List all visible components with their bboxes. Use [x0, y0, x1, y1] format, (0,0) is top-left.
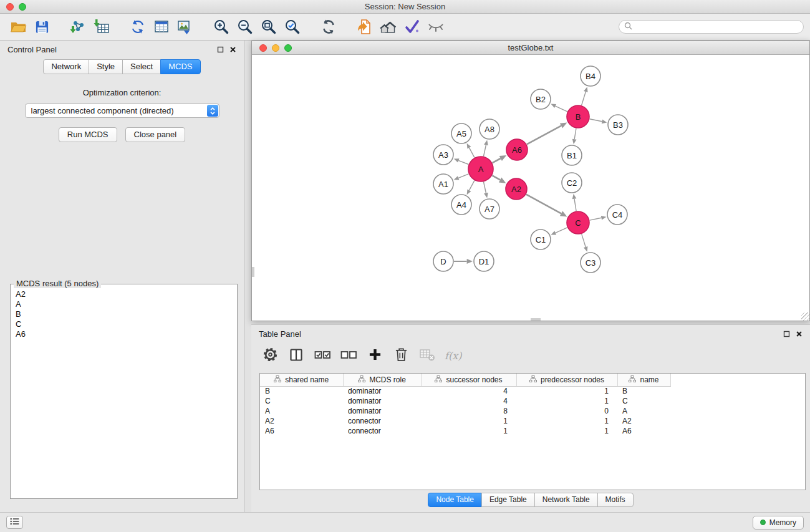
- graph-edge-A-A2[interactable]: [492, 175, 500, 180]
- zoom-out-button[interactable]: [233, 16, 257, 38]
- graph-edge-A6-B[interactable]: [527, 126, 561, 145]
- zoom-selected-button[interactable]: [281, 16, 304, 38]
- graph-node-B1[interactable]: B1: [562, 145, 582, 165]
- close-table-panel-icon[interactable]: [796, 331, 803, 337]
- tab-network-table[interactable]: Network Table: [534, 493, 598, 507]
- zoom-in-button[interactable]: [210, 16, 233, 38]
- graph-node-A2[interactable]: A2: [506, 178, 527, 200]
- float-table-panel-icon[interactable]: [783, 331, 790, 337]
- graph-edge-A2-C[interactable]: [526, 195, 561, 214]
- graph-node-C2[interactable]: C2: [562, 173, 582, 193]
- graph-edge-C-C3[interactable]: [582, 234, 586, 247]
- resize-grip[interactable]: [801, 312, 809, 321]
- graph-edge-B-B4[interactable]: [582, 92, 586, 105]
- close-panel-icon[interactable]: [229, 46, 236, 53]
- graph-node-B4[interactable]: B4: [581, 66, 600, 86]
- graph-edge-B-B2[interactable]: [556, 106, 567, 112]
- column-header-predecessor-nodes[interactable]: predecessor nodes: [516, 374, 617, 386]
- graph-node-A5[interactable]: A5: [451, 123, 471, 143]
- graph-edge-A-A5[interactable]: [469, 148, 475, 158]
- column-header-MCDS-role[interactable]: MCDS role: [343, 374, 421, 386]
- graph-node-B3[interactable]: B3: [608, 115, 628, 135]
- network-window-titlebar[interactable]: testGlobe.txt: [252, 41, 809, 55]
- table-row[interactable]: A6connector11A6: [260, 426, 805, 436]
- delete-row-button[interactable]: [390, 345, 412, 366]
- graph-edge-B-B1[interactable]: [574, 128, 576, 139]
- graph-edge-A-A4[interactable]: [469, 180, 475, 190]
- search-input[interactable]: [635, 22, 798, 31]
- graph-node-B[interactable]: B: [567, 105, 589, 128]
- graph-node-C3[interactable]: C3: [581, 253, 600, 273]
- tab-mcds[interactable]: MCDS: [160, 59, 200, 74]
- network-zoom-button[interactable]: [284, 44, 292, 52]
- graph-edge-A-A7[interactable]: [483, 182, 486, 193]
- tab-style[interactable]: Style: [89, 59, 123, 74]
- horizontal-scroll-indicator[interactable]: [531, 318, 541, 321]
- table-row[interactable]: Adominator80A: [260, 406, 805, 416]
- delete-table-button[interactable]: [416, 345, 438, 366]
- graph-node-D1[interactable]: D1: [474, 251, 494, 271]
- graph-node-A1[interactable]: A1: [433, 174, 453, 194]
- graph-edge-B-B3[interactable]: [590, 119, 602, 122]
- graph-node-A6[interactable]: A6: [506, 139, 528, 160]
- graph-node-D[interactable]: D: [433, 251, 453, 271]
- graph-node-A4[interactable]: A4: [451, 195, 471, 215]
- task-history-button[interactable]: [6, 516, 23, 529]
- run-mcds-button[interactable]: Run MCDS: [59, 127, 117, 142]
- zoom-window-button[interactable]: [19, 3, 26, 11]
- table-row[interactable]: A2connector11A2: [260, 416, 805, 426]
- tab-motifs[interactable]: Motifs: [597, 493, 634, 507]
- graph-node-B2[interactable]: B2: [531, 89, 551, 109]
- graph-edge-A-A6[interactable]: [493, 158, 501, 163]
- tab-node-table[interactable]: Node Table: [428, 493, 482, 507]
- close-window-button[interactable]: [6, 3, 14, 11]
- document-export-button[interactable]: [353, 16, 377, 38]
- float-panel-icon[interactable]: [217, 46, 224, 53]
- save-button[interactable]: [30, 16, 54, 38]
- graph-edge-C-C4[interactable]: [590, 218, 602, 220]
- tab-select[interactable]: Select: [122, 59, 161, 74]
- network-canvas[interactable]: AA6A2BCA5A8A3A1A4A7B4B2B3B1C2C4C1C3DD1: [252, 55, 809, 321]
- network-close-button[interactable]: [259, 44, 267, 52]
- graph-node-A7[interactable]: A7: [480, 199, 499, 219]
- graph-edge-A-A1[interactable]: [458, 174, 468, 178]
- vertical-scroll-indicator[interactable]: [252, 267, 254, 277]
- table-row[interactable]: Cdominator41C: [260, 396, 805, 406]
- import-table-button[interactable]: [90, 16, 113, 38]
- import-network-button[interactable]: [66, 16, 90, 38]
- deselect-all-button[interactable]: [337, 345, 360, 366]
- homes-button[interactable]: [377, 16, 400, 38]
- graph-node-C[interactable]: C: [567, 211, 589, 234]
- table-window-button[interactable]: [150, 16, 173, 38]
- graph-edge-A-A8[interactable]: [483, 145, 486, 156]
- graph-edge-C-C2[interactable]: [574, 199, 576, 211]
- graph-node-A[interactable]: A: [468, 157, 493, 181]
- refresh-button[interactable]: [317, 16, 340, 38]
- column-header-successor-nodes[interactable]: successor nodes: [421, 374, 516, 386]
- graph-node-C1[interactable]: C1: [531, 230, 551, 249]
- network-window[interactable]: testGlobe.txt AA6A2BCA5A8A3A1A4A7B4B2B3B…: [251, 41, 810, 321]
- column-selector-button[interactable]: [285, 345, 307, 366]
- function-builder-button[interactable]: f(x): [442, 350, 464, 362]
- gear-button[interactable]: [259, 345, 281, 366]
- tab-edge-table[interactable]: Edge Table: [481, 493, 535, 507]
- toolbar-search[interactable]: [619, 20, 804, 34]
- network-arrows-button[interactable]: [126, 16, 150, 38]
- style-check-button[interactable]: [400, 16, 424, 38]
- add-row-button[interactable]: [364, 345, 386, 366]
- column-header-name[interactable]: name: [617, 374, 670, 386]
- table-row[interactable]: Bdominator41B: [260, 386, 805, 396]
- zoom-fit-button[interactable]: [257, 16, 281, 38]
- memory-button[interactable]: Memory: [753, 516, 804, 530]
- graph-node-C4[interactable]: C4: [607, 205, 627, 225]
- eye-button[interactable]: [424, 16, 448, 38]
- graph-node-A3[interactable]: A3: [433, 145, 453, 165]
- optimization-dropdown[interactable]: largest connected component (directed): [25, 104, 219, 118]
- network-minimize-button[interactable]: [272, 44, 279, 52]
- select-all-button[interactable]: [311, 345, 334, 366]
- image-export-button[interactable]: [173, 16, 197, 38]
- graph-edge-C-C1[interactable]: [556, 228, 567, 233]
- graph-node-A8[interactable]: A8: [480, 119, 499, 139]
- open-folder-button[interactable]: [6, 16, 30, 38]
- tab-network[interactable]: Network: [43, 59, 89, 74]
